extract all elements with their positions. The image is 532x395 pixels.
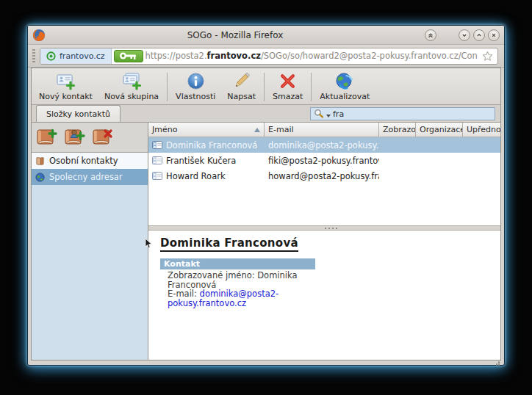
folder-item-personal[interactable]: Osobní kontakty bbox=[32, 153, 148, 169]
identity-label: frantovo.cz bbox=[60, 51, 105, 61]
globe-refresh-icon bbox=[335, 71, 354, 90]
new-group-icon bbox=[122, 71, 142, 90]
firefox-icon bbox=[32, 29, 46, 42]
toolbar-button-label: Aktualizovat bbox=[320, 92, 370, 101]
contacts-toolbar: Nový kontakt Nová s bbox=[32, 68, 500, 105]
folder-item-shared[interactable]: Spolecny adresar bbox=[32, 169, 148, 185]
info-icon bbox=[187, 71, 205, 90]
window-titlebar[interactable]: SOGo - Mozilla Firefox bbox=[28, 26, 504, 45]
folder-label: Spolecny adresar bbox=[49, 172, 123, 182]
shade-button[interactable] bbox=[425, 29, 436, 41]
url-bar[interactable]: frantovo.cz https://posta2.frantovo.cz/S… bbox=[40, 48, 498, 65]
write-button[interactable]: Napsat bbox=[221, 70, 262, 104]
toolbar-grip[interactable] bbox=[32, 49, 35, 62]
tab-contact-folders[interactable]: Složky kontaktů bbox=[36, 105, 121, 122]
addressbook-icon bbox=[35, 156, 45, 166]
window-title: SOGo - Mozilla Firefox bbox=[46, 30, 425, 40]
contact-card-icon bbox=[152, 172, 162, 180]
identity-icon bbox=[46, 51, 56, 61]
contact-section-header: Kontakt bbox=[160, 258, 315, 269]
url-domain: frantovo.cz bbox=[207, 51, 261, 61]
toolbar-separator bbox=[264, 73, 265, 101]
column-header-email[interactable]: E-mail bbox=[265, 123, 379, 137]
table-row[interactable]: Howard Roark howard@posta2-pokusy.fra bbox=[148, 168, 500, 184]
sort-ascending-icon bbox=[254, 128, 260, 132]
horizontal-splitter[interactable] bbox=[148, 225, 500, 231]
pencil-icon bbox=[233, 71, 251, 90]
toolbar-button-label: Vlastnosti bbox=[176, 92, 215, 101]
delete-addressbook-button[interactable] bbox=[91, 128, 114, 147]
identity-box[interactable]: frantovo.cz bbox=[40, 48, 112, 64]
table-row[interactable]: Dominika Franconová dominika@posta2-poku… bbox=[148, 137, 500, 153]
resize-grip[interactable] bbox=[494, 361, 500, 366]
contact-name: František Kučera bbox=[166, 156, 236, 166]
table-row[interactable]: František Kučera fiki@posta2-pokusy.fran… bbox=[148, 153, 500, 168]
contacts-table: Jméno E-mail Zobrazov Organizace bbox=[148, 123, 500, 225]
new-contact-button[interactable]: Nový kontakt bbox=[33, 70, 98, 104]
contact-card-icon bbox=[152, 156, 162, 164]
contact-email: dominika@posta2-pokusy.f bbox=[268, 140, 379, 151]
properties-button[interactable]: Vlastnosti bbox=[170, 70, 221, 104]
toolbar-button-label: Nový kontakt bbox=[39, 92, 93, 101]
search-box[interactable] bbox=[310, 107, 495, 120]
contact-name: Dominika Franconová bbox=[166, 140, 257, 151]
toolbar-button-label: Smazat bbox=[273, 92, 303, 101]
add-personal-addressbook-button[interactable] bbox=[63, 128, 86, 147]
key-button[interactable] bbox=[114, 50, 143, 62]
toolbar-separator bbox=[167, 73, 168, 101]
refresh-button[interactable]: Aktualizovat bbox=[314, 70, 375, 104]
tab-strip: Složky kontaktů bbox=[32, 105, 500, 123]
contact-email: howard@posta2-pokusy.fra bbox=[268, 171, 379, 181]
column-header-name[interactable]: Jméno bbox=[148, 123, 265, 137]
search-options-arrow-icon[interactable] bbox=[326, 115, 331, 117]
folder-label: Osobní kontakty bbox=[49, 156, 118, 166]
delete-button[interactable]: Smazat bbox=[267, 70, 309, 104]
table-empty-area bbox=[148, 184, 500, 225]
key-icon bbox=[119, 51, 138, 60]
globe-icon bbox=[35, 173, 45, 182]
maximize-button[interactable] bbox=[473, 29, 485, 41]
screen: { "window": { "title": "SOGo - Mozilla F… bbox=[0, 0, 532, 395]
folder-list: Osobní kontakty Spolecny adresar bbox=[32, 153, 148, 360]
window-frame-bottom bbox=[28, 360, 504, 366]
contact-detail-heading: Dominika Franconová bbox=[160, 236, 298, 252]
contact-detail-body: Zobrazované jméno: Dominika Franconová E… bbox=[168, 271, 314, 308]
column-header-organization[interactable]: Organizace bbox=[416, 123, 463, 137]
folders-sidebar: Osobní kontakty Spolecny adresar bbox=[32, 123, 148, 360]
new-contact-icon bbox=[56, 71, 76, 90]
contact-detail-pane: Dominika Franconová Kontakt Zobrazované … bbox=[148, 231, 500, 360]
close-button[interactable] bbox=[488, 29, 500, 41]
contact-email: fiki@posta2-pokusy.frantov bbox=[268, 156, 379, 166]
search-input[interactable] bbox=[333, 109, 492, 119]
toolbar-button-label: Napsat bbox=[227, 92, 256, 101]
search-icon bbox=[314, 109, 324, 119]
column-header-preferred[interactable]: Upředno bbox=[463, 123, 500, 137]
toolbar-button-label: Nová skupina bbox=[104, 92, 159, 101]
contact-name: Howard Roark bbox=[166, 171, 226, 181]
workspace: Osobní kontakty Spolecny adresar bbox=[32, 123, 500, 360]
contact-card-icon bbox=[152, 141, 162, 149]
tab-label: Složky kontaktů bbox=[46, 109, 110, 119]
column-header-display[interactable]: Zobrazov bbox=[379, 123, 416, 137]
toolbar-separator bbox=[311, 73, 312, 101]
display-name-line: Zobrazované jméno: Dominika Franconová bbox=[168, 270, 298, 290]
url-text[interactable]: https://posta2.frantovo.cz/SOGo/so/howar… bbox=[145, 51, 478, 61]
sogo-page: Nový kontakt Nová s bbox=[31, 68, 501, 360]
minimize-button[interactable] bbox=[459, 29, 470, 41]
firefox-window: SOGo - Mozilla Firefox bbox=[27, 25, 505, 366]
new-group-button[interactable]: Nová skupina bbox=[98, 70, 165, 104]
bookmark-star-icon[interactable] bbox=[482, 51, 493, 62]
table-header: Jméno E-mail Zobrazov Organizace bbox=[148, 123, 500, 137]
splitter-grabber bbox=[325, 228, 338, 229]
browser-navbar: frantovo.cz https://posta2.frantovo.cz/S… bbox=[28, 45, 504, 68]
contacts-content: Jméno E-mail Zobrazov Organizace bbox=[148, 123, 500, 360]
delete-icon bbox=[279, 71, 296, 90]
folder-actions-bar bbox=[32, 123, 148, 153]
add-addressbook-button[interactable] bbox=[35, 128, 58, 147]
